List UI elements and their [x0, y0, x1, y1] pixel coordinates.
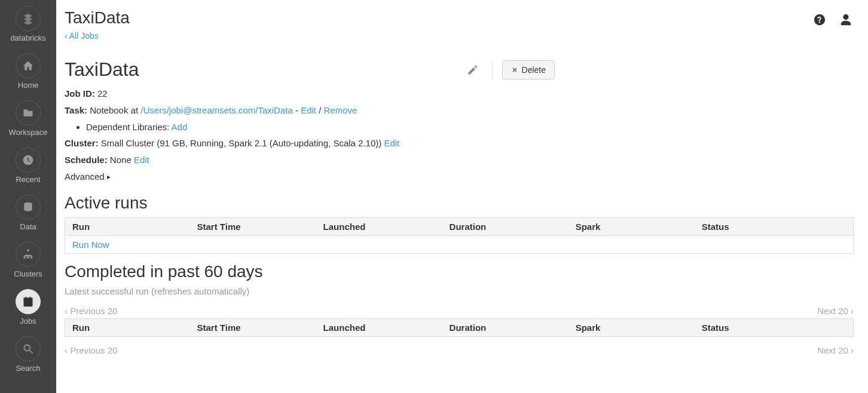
sidebar-item-label: Clusters	[14, 269, 42, 278]
main-content: TaxiData ‹ All Jobs TaxiData Delete Job …	[56, 0, 868, 393]
svg-rect-5	[24, 297, 33, 306]
sidebar-item-workspace[interactable]: Workspace	[9, 100, 48, 137]
next-page-bottom[interactable]: Next 20 ›	[817, 345, 854, 355]
svg-rect-3	[27, 256, 29, 258]
pager-bottom: ‹ Previous 20 Next 20 ›	[65, 345, 854, 355]
col-launched: Launched	[317, 318, 444, 336]
next-page-top[interactable]: Next 20 ›	[817, 306, 854, 316]
sidebar-item-jobs[interactable]: Jobs	[16, 289, 41, 326]
divider	[492, 61, 493, 79]
schedule-label: Schedule:	[65, 155, 108, 165]
task-path-link[interactable]: /Users/jobi@streamsets.com/TaxiData	[140, 105, 292, 115]
sidebar-item-label: Home	[18, 81, 39, 90]
prev-page-bottom[interactable]: ‹ Previous 20	[65, 345, 117, 355]
active-runs-table: Run Start Time Launched Duration Spark S…	[65, 217, 854, 254]
database-icon	[16, 195, 41, 220]
calendar-icon	[16, 289, 41, 314]
all-jobs-link[interactable]: ‹ All Jobs	[65, 31, 99, 41]
col-start-time: Start Time	[191, 318, 317, 336]
task-prefix: Notebook at	[90, 105, 140, 115]
sidebar-item-home[interactable]: Home	[16, 53, 41, 90]
caret-right-icon: ▸	[107, 170, 111, 183]
sidebar: databricks Home Workspace Recent Data Cl…	[0, 0, 56, 393]
task-remove-link[interactable]: Remove	[324, 105, 357, 115]
active-runs-heading: Active runs	[65, 194, 854, 213]
advanced-label: Advanced	[65, 168, 105, 185]
clock-icon	[16, 148, 41, 173]
add-library-link[interactable]: Add	[172, 122, 188, 132]
job-id-label: Job ID:	[65, 88, 95, 99]
help-icon[interactable]	[813, 13, 826, 26]
job-meta: Job ID: 22 Task: Notebook at /Users/jobi…	[65, 85, 854, 185]
svg-rect-2	[24, 256, 26, 258]
col-launched: Launched	[317, 217, 444, 235]
sidebar-brand-label: databricks	[10, 33, 45, 42]
delete-label: Delete	[522, 65, 546, 75]
delete-button[interactable]: Delete	[502, 60, 555, 79]
schedule-value: None	[110, 155, 132, 165]
sidebar-item-recent[interactable]: Recent	[16, 148, 41, 184]
sitemap-icon	[16, 242, 41, 267]
advanced-toggle[interactable]: Advanced ▸	[65, 168, 111, 185]
cluster-value: Small Cluster (91 GB, Running, Spark 2.1…	[101, 138, 381, 148]
top-right-icons	[813, 13, 852, 26]
pager-top: ‹ Previous 20 Next 20 ›	[65, 306, 854, 316]
sidebar-item-data[interactable]: Data	[16, 195, 41, 231]
col-spark: Spark	[570, 318, 696, 336]
run-now-link[interactable]: Run Now	[72, 240, 109, 250]
dep-libraries-label: Dependent Libraries:	[86, 122, 172, 132]
svg-rect-1	[27, 250, 29, 251]
sidebar-item-label: Data	[20, 222, 36, 231]
col-duration: Duration	[444, 318, 570, 336]
svg-rect-4	[30, 256, 32, 258]
sidebar-item-label: Jobs	[20, 317, 36, 326]
cluster-edit-link[interactable]: Edit	[384, 138, 399, 148]
col-run: Run	[65, 217, 191, 235]
x-icon	[511, 66, 518, 73]
pencil-icon	[467, 64, 479, 76]
completed-runs-table: Run Start Time Launched Duration Spark S…	[65, 318, 854, 337]
user-icon[interactable]	[839, 13, 852, 26]
col-run: Run	[65, 318, 191, 336]
sidebar-item-label: Recent	[16, 175, 40, 184]
prev-page-top[interactable]: ‹ Previous 20	[65, 306, 117, 316]
schedule-edit-link[interactable]: Edit	[134, 155, 149, 165]
cluster-label: Cluster:	[65, 138, 99, 148]
col-spark: Spark	[570, 217, 696, 235]
sidebar-brand[interactable]: databricks	[10, 6, 45, 42]
sidebar-item-clusters[interactable]: Clusters	[14, 242, 42, 278]
sidebar-item-label: Workspace	[9, 128, 48, 137]
sidebar-item-label: Search	[16, 364, 40, 373]
job-title: TaxiData	[65, 59, 139, 81]
page-title-top: TaxiData	[65, 8, 854, 27]
task-label: Task:	[65, 105, 87, 115]
sidebar-item-search[interactable]: Search	[16, 336, 41, 373]
task-edit-link[interactable]: Edit	[301, 105, 316, 115]
col-status: Status	[696, 318, 854, 336]
completed-note: Latest successful run (refreshes automat…	[65, 286, 854, 296]
databricks-icon	[16, 6, 41, 31]
folder-icon	[16, 100, 41, 125]
job-id-value: 22	[97, 88, 108, 99]
home-icon	[16, 53, 41, 78]
col-duration: Duration	[444, 217, 570, 235]
svg-point-6	[24, 345, 30, 351]
table-row: Run Now	[65, 235, 854, 253]
completed-heading: Completed in past 60 days	[65, 262, 854, 281]
search-icon	[16, 336, 41, 361]
edit-title-button[interactable]	[463, 60, 482, 79]
col-start-time: Start Time	[191, 217, 317, 235]
col-status: Status	[696, 217, 854, 235]
